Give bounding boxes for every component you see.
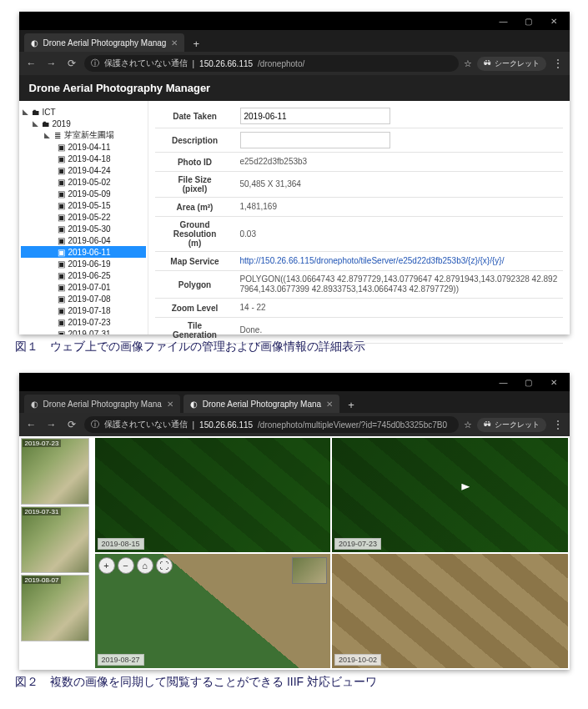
collapse-icon[interactable]: ◣: [23, 108, 29, 116]
tab-close-icon[interactable]: ✕: [171, 38, 178, 48]
new-tab-button[interactable]: +: [343, 396, 359, 413]
tree-date-item[interactable]: ▣2019-05-22: [21, 211, 146, 223]
tab-label: Drone Aerial Photography Manag: [43, 38, 167, 48]
image-icon: ▣: [58, 201, 66, 210]
tabs-row: ◐ Drone Aerial Photography Manag ✕ +: [19, 30, 570, 52]
back-button[interactable]: ←: [24, 56, 39, 71]
globe-icon: ◐: [190, 400, 198, 409]
tree-date-item[interactable]: ▣2019-05-09: [21, 188, 146, 199]
tree-date-item[interactable]: ▣2019-04-11: [21, 141, 146, 153]
figure-2: — ▢ ✕ ◐ Drone Aerial Photography Mana ✕ …: [12, 373, 576, 690]
tab-close-icon[interactable]: ✕: [167, 400, 173, 409]
figure-1: — ▢ ✕ ◐ Drone Aerial Photography Manag ✕…: [12, 12, 576, 354]
tree-date-item[interactable]: ▣2019-06-11: [21, 246, 146, 258]
fullscreen-button[interactable]: ⛶: [156, 557, 173, 574]
reload-button[interactable]: ⟳: [64, 56, 79, 71]
incognito-icon: 🕶: [484, 59, 491, 68]
map-service-link[interactable]: http://150.26.66.115/dronephoto/tileServ…: [235, 253, 563, 269]
viewer-body: 2019-07-23 2019-07-31 2019-08-07 2019-08…: [19, 436, 570, 670]
zoom-in-button[interactable]: +: [98, 557, 115, 574]
tree-date-label: 2019-05-30: [68, 224, 111, 234]
file-tree[interactable]: ◣🖿ICT ◣🖿2019 ◣≣芽室新生圃場 ▣2019-04-11▣2019-0…: [19, 101, 148, 334]
thumbnail-item[interactable]: 2019-08-07: [21, 575, 89, 641]
address-bar[interactable]: ⓘ 保護されていない通信 | 150.26.66.115/dronephoto/…: [84, 416, 459, 433]
tree-date-label: 2019-07-01: [68, 283, 111, 292]
minimize-icon[interactable]: —: [491, 375, 516, 390]
zoom-home-button[interactable]: ⌂: [137, 557, 153, 574]
forward-button[interactable]: →: [44, 417, 59, 432]
tree-year[interactable]: ◣🖿2019: [21, 118, 146, 129]
tree-sub[interactable]: ◣≣芽室新生圃場: [21, 129, 146, 141]
menu-icon[interactable]: ⋮: [551, 58, 565, 69]
zoom-out-button[interactable]: −: [118, 557, 134, 574]
browser-tab-2[interactable]: ◐ Drone Aerial Photography Mana ✕: [183, 395, 339, 413]
tree-date-item[interactable]: ▣2019-05-30: [21, 223, 146, 234]
pane-bottom-right[interactable]: 2019-10-02: [332, 554, 568, 668]
pane-date: 2019-08-27: [98, 654, 144, 666]
thumbnail-column[interactable]: 2019-07-23 2019-07-31 2019-08-07: [19, 436, 93, 670]
star-icon[interactable]: ☆: [464, 420, 472, 430]
pane-bottom-left[interactable]: + − ⌂ ⛶ 2019-08-27: [95, 554, 331, 668]
tree-date-item[interactable]: ▣2019-07-18: [21, 304, 146, 316]
collapse-icon[interactable]: ◣: [33, 119, 39, 128]
detail-row-polygon: Polygon POLYGON((143.0664743 42.8797729,…: [155, 271, 563, 299]
pane-top-right[interactable]: 2019-07-23: [332, 438, 568, 552]
tree-date-label: 2019-05-09: [68, 189, 111, 199]
close-icon[interactable]: ✕: [541, 13, 566, 28]
pane-top-left[interactable]: 2019-08-15: [95, 438, 331, 552]
minimap[interactable]: [292, 557, 327, 584]
tree-date-item[interactable]: ▣2019-06-04: [21, 234, 146, 246]
url-bar: ← → ⟳ ⓘ 保護されていない通信 | 150.26.66.115/drone…: [19, 52, 570, 75]
thumbnail-item[interactable]: 2019-07-31: [21, 506, 89, 573]
description-input[interactable]: [240, 132, 390, 148]
maximize-icon[interactable]: ▢: [516, 13, 541, 28]
tree-date-item[interactable]: ▣2019-04-24: [21, 164, 146, 176]
tab-close-icon[interactable]: ✕: [326, 400, 333, 409]
aerial-image: [332, 554, 568, 668]
browser-tab[interactable]: ◐ Drone Aerial Photography Manag ✕: [24, 33, 185, 52]
forward-button[interactable]: →: [44, 56, 59, 71]
collapse-icon[interactable]: ◣: [44, 131, 51, 139]
image-icon: ▣: [58, 329, 66, 335]
image-icon: ▣: [58, 248, 66, 257]
tree-date-item[interactable]: ▣2019-04-18: [21, 153, 146, 164]
star-icon[interactable]: ☆: [464, 58, 472, 69]
tree-date-item[interactable]: ▣2019-05-02: [21, 176, 146, 188]
back-button[interactable]: ←: [24, 417, 39, 432]
tree-date-label: 2019-06-25: [68, 271, 111, 280]
new-tab-button[interactable]: +: [188, 35, 204, 52]
detail-row-zoom-level: Zoom Level 14 - 22: [155, 299, 563, 318]
tree-date-item[interactable]: ▣2019-06-19: [21, 258, 146, 269]
detail-row-file-size: File Size (pixel) 50,485 X 31,364: [155, 172, 563, 198]
reload-button[interactable]: ⟳: [64, 417, 79, 432]
image-icon: ▣: [58, 306, 66, 315]
incognito-icon: 🕶: [484, 420, 491, 429]
tree-date-item[interactable]: ▣2019-07-08: [21, 293, 146, 304]
tree-date-item[interactable]: ▣2019-05-15: [21, 199, 146, 211]
incognito-indicator: 🕶 シークレット: [477, 57, 546, 71]
tree-date-item[interactable]: ▣2019-07-31: [21, 328, 146, 334]
image-icon: ▣: [58, 259, 66, 269]
minimize-icon[interactable]: —: [491, 13, 516, 28]
tree-date-item[interactable]: ▣2019-07-01: [21, 281, 146, 293]
tree-date-label: 2019-06-19: [68, 259, 111, 269]
menu-icon[interactable]: ⋮: [551, 419, 565, 430]
tree-date-item[interactable]: ▣2019-07-23: [21, 316, 146, 328]
url-path: /dronephoto/: [258, 59, 304, 68]
tree-date-item[interactable]: ▣2019-06-25: [21, 269, 146, 281]
aerial-image: [95, 438, 331, 552]
browser-tab-1[interactable]: ◐ Drone Aerial Photography Mana ✕: [24, 395, 180, 413]
polygon-value: POLYGON((143.0664743 42.8797729,143.0779…: [235, 271, 563, 298]
close-icon[interactable]: ✕: [541, 375, 566, 390]
image-icon: ▣: [58, 224, 66, 234]
tree-date-label: 2019-04-18: [68, 154, 111, 163]
thumb-date: 2019-07-23: [23, 440, 62, 447]
ground-res-value: 0.03: [235, 226, 563, 243]
thumbnail-item[interactable]: 2019-07-23: [21, 438, 89, 505]
window-titlebar: — ▢ ✕: [19, 373, 570, 391]
address-bar[interactable]: ⓘ 保護されていない通信 | 150.26.66.115/dronephoto/: [84, 55, 459, 72]
detail-row-photo-id: Photo ID e25d22d3fb253b3: [155, 153, 563, 172]
date-taken-input[interactable]: [240, 108, 390, 124]
maximize-icon[interactable]: ▢: [516, 375, 541, 390]
tree-root[interactable]: ◣🖿ICT: [21, 106, 146, 118]
